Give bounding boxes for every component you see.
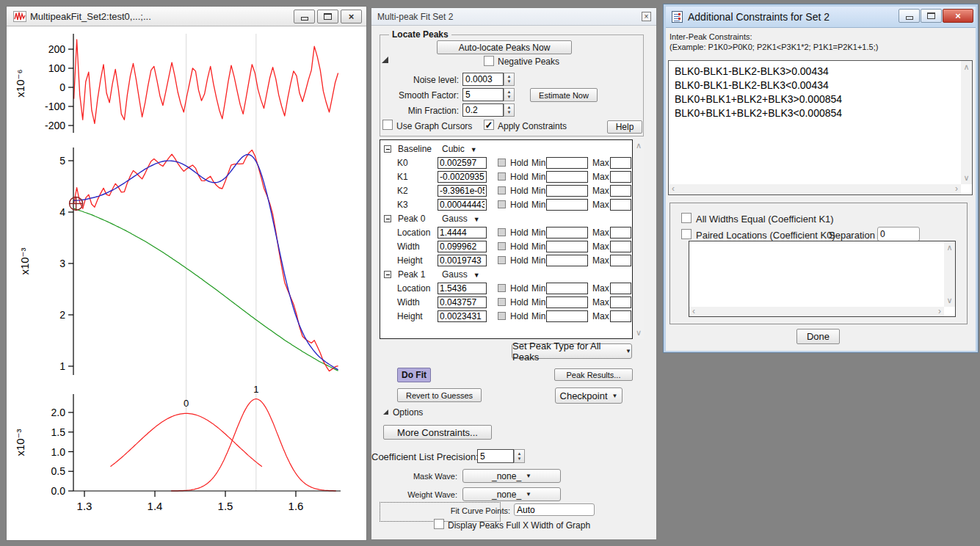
panel-titlebar[interactable]: Multi-peak Fit Set 2 × xyxy=(371,8,656,26)
collapse-box-icon[interactable] xyxy=(384,145,391,153)
use-graph-cursors-checkbox[interactable] xyxy=(382,120,393,130)
coefficient-value-input[interactable] xyxy=(438,296,487,308)
textarea-hscrollbar[interactable]: ‹ › xyxy=(689,307,944,316)
scroll-up-icon[interactable]: ∧ xyxy=(944,243,955,252)
minimize-button[interactable] xyxy=(899,9,920,23)
do-fit-button[interactable]: Do Fit xyxy=(397,368,431,382)
coefficient-value-input[interactable] xyxy=(438,255,487,266)
collapse-box-icon[interactable] xyxy=(384,271,391,278)
collapse-triangle-icon[interactable] xyxy=(382,57,388,63)
max-input[interactable] xyxy=(610,185,631,197)
scroll-down-icon[interactable]: ∨ xyxy=(634,328,644,338)
max-input[interactable] xyxy=(610,283,631,294)
min-fraction-input[interactable] xyxy=(462,103,504,117)
paired-locations-checkbox[interactable] xyxy=(681,229,692,239)
more-constraints-button[interactable]: More Constraints... xyxy=(383,425,492,440)
collapse-box-icon[interactable] xyxy=(384,215,391,222)
panel-close-button[interactable]: × xyxy=(642,12,651,21)
max-input[interactable] xyxy=(610,241,631,252)
hold-checkbox[interactable] xyxy=(498,298,506,306)
constraint-line[interactable]: BLK0-BLK1-BLK2-BLK3<0.00434 xyxy=(675,79,959,92)
max-input[interactable] xyxy=(610,199,631,211)
constraint-line[interactable]: BLK0+BLK1+BLK2+BLK3<0.000854 xyxy=(675,106,959,120)
hold-checkbox[interactable] xyxy=(498,200,506,208)
scroll-down-icon[interactable]: ∨ xyxy=(961,173,972,183)
min-input[interactable] xyxy=(546,199,588,211)
coefficient-value-input[interactable] xyxy=(438,241,487,252)
coefficient-value-input[interactable] xyxy=(438,310,487,322)
constraint-line[interactable]: BLK0-BLK1-BLK2-BLK3>0.00434 xyxy=(675,65,959,79)
revert-to-guesses-button[interactable]: Revert to Guesses xyxy=(397,388,482,402)
scroll-up-icon[interactable]: ∧ xyxy=(961,62,972,72)
close-button[interactable]: × xyxy=(943,9,973,23)
precision-stepper[interactable]: ▲▼ xyxy=(514,449,525,463)
maximize-button[interactable] xyxy=(317,10,338,23)
constraints-vscrollbar[interactable]: ∧ ∨ xyxy=(961,61,972,184)
scroll-right-icon[interactable]: › xyxy=(938,307,941,316)
options-disclosure-icon[interactable] xyxy=(383,410,388,415)
coefficient-value-input[interactable] xyxy=(438,227,487,239)
hold-checkbox[interactable] xyxy=(498,228,506,236)
peak-type-popup[interactable]: Gauss▼ xyxy=(442,214,480,224)
hold-checkbox[interactable] xyxy=(498,186,506,194)
coefficient-value-input[interactable] xyxy=(438,157,487,169)
auto-locate-peaks-button[interactable]: Auto-locate Peaks Now xyxy=(437,40,572,54)
mask-wave-popup[interactable]: _none_▼ xyxy=(462,469,561,483)
coefficient-list-scrollbar[interactable]: ∧ ∨ xyxy=(634,139,644,339)
scroll-up-icon[interactable]: ∧ xyxy=(634,141,644,150)
display-peaks-checkbox[interactable] xyxy=(434,519,444,529)
min-input[interactable] xyxy=(546,157,588,169)
negative-peaks-checkbox[interactable] xyxy=(484,56,494,66)
all-widths-equal-checkbox[interactable] xyxy=(681,213,692,223)
constraint-line[interactable]: BLK0+BLK1+BLK2+BLK3>0.000854 xyxy=(675,92,959,106)
min-input[interactable] xyxy=(546,227,588,239)
constraints-titlebar[interactable]: Additional Constraints for Set 2 × xyxy=(666,7,976,27)
max-input[interactable] xyxy=(610,310,631,322)
noise-level-stepper[interactable]: ▲▼ xyxy=(504,73,515,86)
scroll-down-icon[interactable]: ∨ xyxy=(944,296,955,305)
close-button[interactable]: × xyxy=(341,10,362,23)
precision-input[interactable] xyxy=(477,449,514,463)
weight-wave-popup[interactable]: _none_▼ xyxy=(462,487,561,501)
coefficient-value-input[interactable] xyxy=(438,199,487,211)
max-input[interactable] xyxy=(610,227,631,239)
min-fraction-stepper[interactable]: ▲▼ xyxy=(504,103,515,117)
hold-checkbox[interactable] xyxy=(498,256,506,264)
done-button[interactable]: Done xyxy=(796,329,840,344)
checkpoint-popup[interactable]: Checkpoint▼ xyxy=(555,387,623,404)
min-input[interactable] xyxy=(546,255,588,266)
min-input[interactable] xyxy=(546,171,588,183)
min-input[interactable] xyxy=(546,185,588,197)
coefficient-value-input[interactable] xyxy=(438,171,487,183)
min-input[interactable] xyxy=(546,283,588,294)
peak-results-button[interactable]: Peak Results... xyxy=(554,368,633,381)
coefficient-value-input[interactable] xyxy=(438,185,487,197)
hold-checkbox[interactable] xyxy=(498,159,506,167)
min-input[interactable] xyxy=(546,241,588,252)
minimize-button[interactable] xyxy=(294,10,315,23)
scroll-left-icon[interactable]: ‹ xyxy=(672,184,675,194)
apply-constraints-checkbox[interactable]: ✓ xyxy=(484,120,494,130)
min-input[interactable] xyxy=(546,296,588,308)
estimate-now-button[interactable]: Estimate Now xyxy=(530,88,598,102)
paired-locations-textarea[interactable]: ∧ ∨ ‹ › xyxy=(689,241,956,317)
max-input[interactable] xyxy=(610,157,631,169)
fit-curve-points-input[interactable] xyxy=(514,503,595,516)
hold-checkbox[interactable] xyxy=(498,172,506,181)
smooth-factor-stepper[interactable]: ▲▼ xyxy=(504,88,515,101)
constraints-hscrollbar[interactable]: ‹ › xyxy=(669,184,961,194)
graph-cursor-a[interactable] xyxy=(70,197,83,210)
restore-button[interactable] xyxy=(921,9,942,23)
hold-checkbox[interactable] xyxy=(498,242,506,250)
max-input[interactable] xyxy=(610,296,631,308)
graph-titlebar[interactable]: MultipeakFit_Set2:test0,...;... × xyxy=(7,7,366,26)
textarea-vscrollbar[interactable]: ∧ ∨ xyxy=(944,241,955,307)
scroll-right-icon[interactable]: › xyxy=(955,184,958,194)
max-input[interactable] xyxy=(610,255,631,266)
peak-type-popup[interactable]: Cubic▼ xyxy=(442,144,477,154)
hold-checkbox[interactable] xyxy=(498,284,506,292)
scroll-left-icon[interactable]: ‹ xyxy=(692,307,695,316)
max-input[interactable] xyxy=(610,171,631,183)
help-button[interactable]: Help xyxy=(607,120,642,134)
separation-input[interactable] xyxy=(877,227,920,241)
